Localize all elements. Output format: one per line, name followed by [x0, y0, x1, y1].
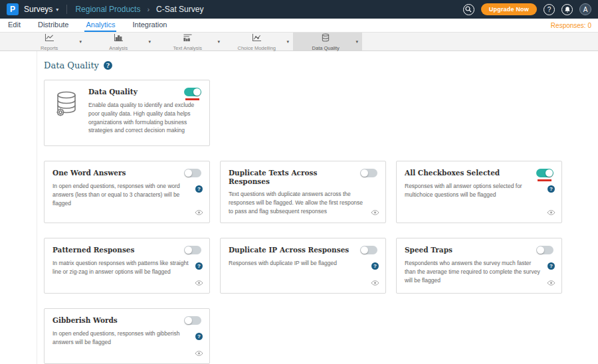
card-title: Gibberish Words — [52, 316, 122, 325]
card-description: In open ended questions, responses with … — [52, 182, 201, 207]
text-chart-icon — [183, 33, 193, 45]
card-description: Responses with all answer options select… — [405, 182, 553, 199]
chevron-down-icon: ▾ — [56, 7, 58, 13]
tab-label: Analysis — [109, 45, 128, 51]
data-quality-feature-card: Data Quality Enable data quality to iden… — [44, 80, 210, 146]
card-speed-traps: Speed Traps Respondents who answers the … — [396, 238, 562, 294]
database-icon — [321, 33, 330, 45]
all-checkboxes-toggle[interactable] — [536, 169, 553, 177]
chevron-down-icon[interactable]: ▾ — [355, 39, 358, 45]
help-circle-icon[interactable]: ? — [544, 4, 555, 15]
card-title: One Word Answers — [52, 169, 130, 177]
eye-icon[interactable] — [371, 206, 379, 218]
card-duplicate-texts: Duplicate Texts Across Responses Text qu… — [220, 161, 386, 223]
eye-icon[interactable] — [547, 206, 555, 218]
card-patterned-responses: Patterned Responses In matrix question r… — [44, 238, 210, 294]
help-icon[interactable]: ? — [548, 262, 555, 270]
card-title: Speed Traps — [405, 246, 456, 254]
eye-icon[interactable] — [371, 276, 379, 288]
breadcrumb-separator: › — [147, 5, 150, 13]
bell-icon[interactable] — [561, 4, 573, 15]
avatar[interactable]: A — [579, 3, 591, 15]
card-all-checkboxes: All Checkboxes Selected Responses with a… — [396, 161, 562, 223]
card-title: Duplicate IP Across Responses — [229, 246, 353, 254]
card-title: Patterned Responses — [52, 246, 138, 254]
app-logo[interactable]: P — [7, 3, 19, 15]
data-quality-toggle[interactable] — [184, 88, 201, 96]
analytics-toolbar: Reports ▾ Analysis ▾ Text Analysis ▾ Cho… — [0, 33, 598, 51]
nav-item-analytics[interactable]: Analytics — [84, 19, 116, 32]
card-description: In matrix question responses with patter… — [52, 259, 201, 276]
tab-label: Reports — [41, 45, 58, 51]
tab-text-analysis[interactable]: Text Analysis ▾ — [155, 33, 224, 50]
tab-label: Text Analysis — [173, 45, 202, 51]
page-title-text: Data Quality — [44, 60, 99, 70]
topbar: P Surveys ▾ Regional Products › C-Sat Su… — [0, 0, 598, 19]
help-icon[interactable]: ? — [371, 262, 379, 270]
chevron-down-icon[interactable]: ▾ — [79, 39, 82, 45]
tab-label: Choice Modelling — [237, 45, 276, 51]
duplicate-texts-toggle[interactable] — [360, 169, 377, 177]
survey-nav: Edit Distribute Analytics Integration Re… — [0, 19, 598, 33]
one-word-answers-toggle[interactable] — [184, 169, 201, 177]
tab-choice-modelling[interactable]: Choice Modelling ▾ — [224, 33, 293, 50]
feature-title: Data Quality — [88, 88, 142, 96]
chevron-down-icon[interactable]: ▾ — [286, 39, 289, 45]
help-icon[interactable]: ? — [195, 333, 203, 340]
card-description: Responses with duplicate IP will be flag… — [229, 259, 377, 268]
card-gibberish-words: Gibberish Words In open ended questions,… — [44, 308, 210, 364]
scatter-chart-icon — [252, 33, 262, 45]
tab-reports[interactable]: Reports ▾ — [17, 33, 86, 50]
chevron-down-icon[interactable]: ▾ — [148, 39, 151, 45]
chevron-down-icon[interactable]: ▾ — [217, 39, 220, 45]
bar-chart-icon — [114, 33, 124, 45]
help-icon[interactable]: ? — [195, 185, 203, 193]
card-one-word-answers: One Word Answers In open ended questions… — [44, 161, 210, 223]
eye-icon[interactable] — [195, 276, 203, 288]
line-chart-icon — [45, 33, 54, 45]
tab-label: Data Quality — [312, 45, 340, 51]
card-description: Text questions with duplicate answers ac… — [229, 190, 377, 215]
card-title: All Checkboxes Selected — [405, 169, 504, 177]
upgrade-now-button[interactable]: Upgrade Now — [481, 3, 537, 15]
help-icon[interactable]: ? — [548, 185, 555, 193]
help-icon[interactable]: ? — [195, 262, 203, 270]
nav-item-edit[interactable]: Edit — [7, 19, 22, 32]
patterned-responses-toggle[interactable] — [184, 246, 201, 254]
divider — [66, 5, 67, 14]
data-quality-panel: Data Quality ? Data Quality Enable data … — [37, 51, 598, 364]
gibberish-words-toggle[interactable] — [184, 316, 201, 325]
surveys-menu-label: Surveys — [24, 5, 52, 14]
speed-traps-toggle[interactable] — [536, 246, 553, 254]
database-gear-icon — [52, 88, 80, 138]
page-title: Data Quality ? — [44, 60, 598, 70]
search-icon[interactable] — [463, 4, 474, 15]
nav-item-integration[interactable]: Integration — [131, 19, 168, 32]
feature-description: Enable data quality to identify and excl… — [88, 101, 201, 135]
tab-data-quality[interactable]: Data Quality ▾ — [293, 33, 362, 50]
card-description: Respondents who answers the survey much … — [405, 259, 553, 284]
card-duplicate-ip: Duplicate IP Across Responses Responses … — [220, 238, 386, 294]
breadcrumb-parent[interactable]: Regional Products — [75, 5, 140, 14]
eye-icon[interactable] — [195, 347, 203, 359]
nav-item-distribute[interactable]: Distribute — [37, 19, 70, 32]
duplicate-ip-toggle[interactable] — [360, 246, 377, 254]
page-help-icon[interactable]: ? — [104, 61, 112, 70]
rules-grid: One Word Answers In open ended questions… — [44, 161, 598, 364]
tab-analysis[interactable]: Analysis ▾ — [86, 33, 155, 50]
surveys-menu[interactable]: Surveys ▾ — [24, 5, 58, 14]
card-description: In open ended questions, responses with … — [52, 329, 201, 347]
eye-icon[interactable] — [195, 206, 203, 218]
card-title: Duplicate Texts Across Responses — [229, 169, 360, 185]
breadcrumb-current: C-Sat Survey — [156, 5, 203, 14]
responses-count[interactable]: Responses: 0 — [551, 19, 591, 32]
eye-icon[interactable] — [547, 276, 555, 288]
